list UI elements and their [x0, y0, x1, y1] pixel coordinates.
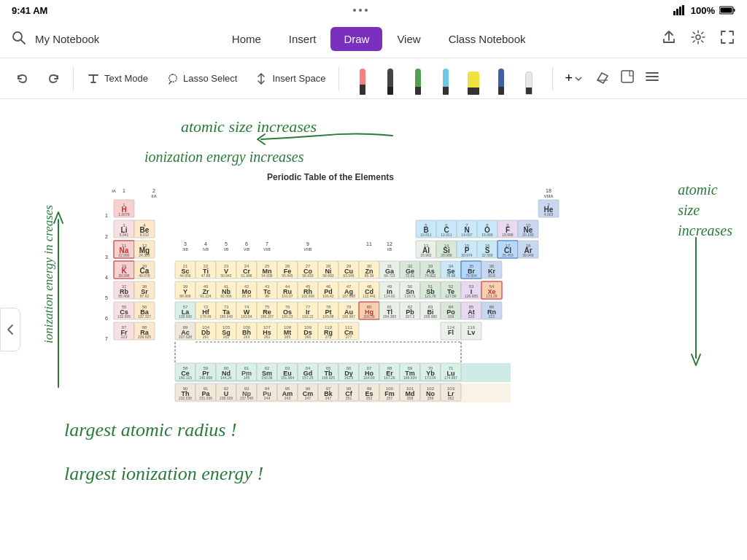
pen-dblue-item[interactable]	[489, 63, 513, 95]
svg-text:6: 6	[105, 316, 108, 321]
canvas-area[interactable]: atomic size increases ionization energy …	[20, 99, 747, 560]
svg-text:251: 251	[346, 396, 352, 400]
svg-text:1: 1	[105, 213, 108, 218]
insert-space-button[interactable]: Insert Space	[247, 68, 333, 90]
svg-text:IIB: IIB	[387, 247, 392, 252]
pen-pink	[360, 69, 365, 95]
svg-text:237.048: 237.048	[240, 396, 253, 400]
share-button[interactable]	[658, 26, 680, 52]
pen-tools	[351, 63, 541, 95]
tab-view[interactable]: View	[384, 27, 433, 51]
settings-button[interactable]	[687, 26, 709, 52]
svg-text:174.967: 174.967	[444, 376, 457, 380]
svg-text:54.938: 54.938	[261, 273, 273, 278]
pen-yellow-item[interactable]	[462, 63, 485, 95]
svg-text:106.42: 106.42	[322, 294, 334, 298]
svg-text:266: 266	[305, 335, 311, 339]
pen-white	[525, 71, 533, 95]
svg-text:173.04: 173.04	[425, 376, 436, 380]
svg-text:39.098: 39.098	[118, 273, 130, 278]
svg-text:30.974: 30.974	[461, 253, 473, 257]
tab-draw[interactable]: Draw	[330, 27, 382, 51]
svg-text:79.904: 79.904	[465, 273, 477, 278]
tab-classnotebook[interactable]: Class Notebook	[436, 27, 539, 51]
more-button[interactable]	[641, 67, 663, 90]
signal-icon	[673, 5, 686, 15]
eraser-button[interactable]	[592, 66, 614, 91]
svg-text:238.029: 238.029	[220, 396, 233, 400]
svg-text:126.905: 126.905	[465, 294, 478, 298]
search-icon	[12, 31, 26, 45]
table-title: Periodic Table of the Elements	[101, 172, 560, 182]
pen-lblue-item[interactable]	[434, 63, 457, 95]
svg-text:118.71: 118.71	[404, 294, 416, 298]
svg-text:9: 9	[306, 241, 309, 246]
add-pen-button[interactable]: +	[559, 68, 589, 89]
pen-black-item[interactable]	[379, 63, 402, 95]
text-mode-label: Text Mode	[104, 73, 148, 84]
search-button[interactable]	[9, 28, 29, 50]
svg-text:137.327: 137.327	[138, 314, 151, 319]
svg-text:192.22: 192.22	[302, 314, 314, 319]
svg-rect-3	[682, 5, 684, 15]
svg-text:131.29: 131.29	[486, 294, 498, 298]
tab-home[interactable]: Home	[219, 27, 274, 51]
tab-insert[interactable]: Insert	[276, 27, 330, 51]
more-icon	[644, 70, 660, 83]
svg-text:15.999: 15.999	[481, 233, 493, 237]
svg-text:39.948: 39.948	[522, 253, 534, 257]
periodic-table-svg: 1 IA 2 IIA 1 2 3 4 5 6 7 18 VIIIA 1 H	[101, 185, 560, 448]
redo-button[interactable]	[39, 68, 67, 90]
svg-text:210: 210	[468, 314, 475, 319]
insert-space-icon	[255, 72, 268, 85]
svg-text:222: 222	[489, 314, 495, 319]
svg-text:226.025: 226.025	[138, 335, 151, 339]
svg-text:186.207: 186.207	[260, 314, 274, 319]
divider-2	[338, 67, 339, 90]
svg-text:74.922: 74.922	[425, 273, 436, 278]
pen-pink-item[interactable]	[351, 63, 374, 95]
svg-text:190.23: 190.23	[282, 314, 293, 319]
lasso-select-button[interactable]: Lasso Select	[158, 68, 244, 90]
svg-text:91.224: 91.224	[200, 294, 212, 298]
battery-icon	[719, 6, 735, 15]
svg-text:223: 223	[121, 335, 128, 339]
main-content: atomic size increases ionization energy …	[0, 99, 747, 560]
lasso-label: Lasso Select	[183, 73, 237, 84]
svg-text:7: 7	[105, 336, 108, 341]
svg-text:VIIIA: VIIIA	[543, 194, 553, 198]
svg-text:VIIB: VIIB	[263, 247, 271, 252]
nav-left: My Notebook	[9, 28, 99, 50]
svg-text:6: 6	[245, 241, 248, 246]
svg-text:162.5: 162.5	[344, 376, 354, 380]
svg-text:10.811: 10.811	[420, 233, 432, 237]
svg-text:144.24: 144.24	[220, 376, 232, 380]
svg-text:18.998: 18.998	[502, 233, 514, 237]
left-arrow	[51, 205, 66, 394]
svg-rect-6	[721, 8, 732, 13]
svg-text:231.036: 231.036	[199, 396, 212, 400]
svg-rect-2	[679, 7, 681, 15]
svg-text:69.723: 69.723	[384, 273, 395, 278]
fullscreen-button[interactable]	[716, 26, 738, 52]
svg-text:114.82: 114.82	[384, 294, 395, 298]
divider-3	[552, 67, 553, 90]
svg-text:VIB: VIB	[244, 247, 250, 252]
nav-right	[658, 26, 738, 52]
sticky-note-button[interactable]	[616, 66, 638, 91]
svg-text:4.003: 4.003	[544, 212, 554, 217]
svg-text:265: 265	[285, 335, 291, 339]
pen-green-item[interactable]	[406, 63, 430, 95]
text-mode-button[interactable]: Text Mode	[80, 68, 155, 90]
pen-white-item[interactable]	[517, 63, 541, 95]
svg-text:92.906: 92.906	[220, 294, 232, 298]
svg-text:243: 243	[285, 396, 291, 400]
sidebar-toggle[interactable]	[0, 308, 20, 351]
svg-text:47.88: 47.88	[201, 273, 211, 278]
undo-button[interactable]	[9, 68, 36, 90]
svg-text:51.996: 51.996	[241, 273, 252, 278]
svg-text:5: 5	[225, 241, 228, 246]
svg-text:3: 3	[184, 241, 187, 246]
svg-text:164.93: 164.93	[363, 376, 375, 380]
svg-text:1: 1	[123, 188, 125, 193]
